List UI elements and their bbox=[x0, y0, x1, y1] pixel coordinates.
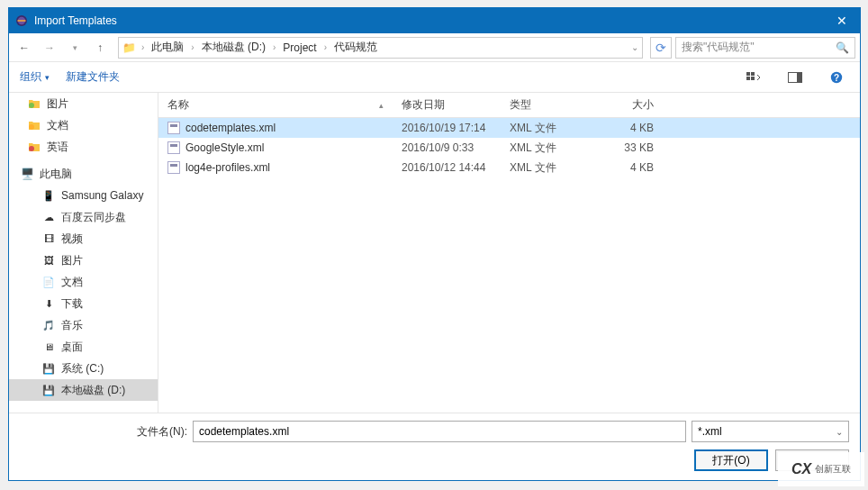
organize-menu[interactable]: 组织 ▾ bbox=[20, 69, 50, 85]
sidebar-item[interactable]: ⬇下载 bbox=[9, 293, 158, 314]
col-type-header[interactable]: 类型 bbox=[501, 93, 609, 117]
sort-indicator: ▴ bbox=[379, 101, 384, 110]
file-date: 2016/10/12 14:44 bbox=[393, 158, 501, 177]
nav-row: ← → ▾ ↑ 📁 › 此电脑 › 本地磁盘 (D:) › Project › … bbox=[9, 33, 860, 62]
sidebar-item-label: 英语 bbox=[47, 140, 68, 155]
breadcrumb[interactable]: 📁 › 此电脑 › 本地磁盘 (D:) › Project › 代码规范 ⌄ bbox=[118, 37, 643, 59]
new-folder-button[interactable]: 新建文件夹 bbox=[66, 69, 120, 85]
forward-button[interactable]: → bbox=[39, 37, 60, 59]
column-headers: 名称▴ 修改日期 类型 大小 bbox=[158, 93, 860, 118]
file-name: GoogleStyle.xml bbox=[185, 141, 264, 154]
watermark-logo: CX bbox=[791, 461, 811, 477]
sidebar-item-label: 文档 bbox=[61, 275, 83, 290]
sidebar-item-label: 本地磁盘 (D:) bbox=[61, 383, 125, 398]
folder-icon bbox=[27, 96, 41, 111]
sidebar-item[interactable]: 💾系统 (C:) bbox=[9, 358, 158, 379]
file-row[interactable]: GoogleStyle.xml2016/10/9 0:33XML 文件33 KB bbox=[158, 138, 860, 158]
file-size: 4 KB bbox=[609, 118, 663, 138]
sidebar-item-label: 下载 bbox=[61, 296, 83, 312]
svg-point-12 bbox=[29, 124, 34, 130]
sidebar-quick-item[interactable]: 图片 bbox=[9, 93, 158, 114]
col-date-header[interactable]: 修改日期 bbox=[393, 93, 501, 117]
xml-file-icon bbox=[167, 141, 180, 154]
file-date: 2016/10/9 0:33 bbox=[393, 138, 501, 158]
chevron-right-icon: › bbox=[322, 42, 329, 52]
file-size: 4 KB bbox=[609, 158, 663, 177]
svg-point-11 bbox=[29, 103, 34, 108]
back-button[interactable]: ← bbox=[14, 37, 35, 59]
recent-dropdown[interactable]: ▾ bbox=[64, 37, 86, 59]
filename-input[interactable] bbox=[193, 421, 686, 442]
crumb-project[interactable]: Project bbox=[279, 41, 320, 54]
sidebar-item[interactable]: 🎵音乐 bbox=[9, 314, 158, 336]
sidebar-item-label: 图片 bbox=[47, 96, 68, 112]
device-icon: ⬇ bbox=[41, 296, 56, 311]
file-name: codetemplates.xml bbox=[185, 122, 276, 134]
titlebar: Import Templates ✕ bbox=[9, 8, 860, 33]
sidebar-computer[interactable]: 🖥️此电脑 bbox=[9, 163, 158, 185]
device-icon: 📱 bbox=[41, 188, 56, 203]
chevron-down-icon[interactable]: ⌄ bbox=[631, 42, 638, 52]
crumb-drive[interactable]: 本地磁盘 (D:) bbox=[198, 40, 269, 55]
device-icon: 📄 bbox=[41, 275, 56, 289]
import-templates-dialog: Import Templates ✕ ← → ▾ ↑ 📁 › 此电脑 › 本地磁… bbox=[8, 7, 861, 481]
file-type: XML 文件 bbox=[501, 158, 609, 177]
search-input[interactable]: 搜索"代码规范" 🔍 bbox=[675, 37, 855, 59]
filename-label: 文件名(N): bbox=[124, 424, 187, 440]
sidebar-item[interactable]: 📄文档 bbox=[9, 271, 158, 293]
sidebar-item[interactable]: ☁百度云同步盘 bbox=[9, 206, 158, 228]
file-name: log4e-profiles.xml bbox=[185, 161, 270, 174]
file-row[interactable]: codetemplates.xml2016/10/19 17:14XML 文件4… bbox=[158, 118, 860, 138]
sidebar-item[interactable]: 🎞视频 bbox=[9, 228, 158, 250]
device-icon: 💾 bbox=[41, 383, 56, 397]
svg-rect-8 bbox=[797, 73, 801, 82]
file-size: 33 KB bbox=[609, 138, 663, 158]
device-icon: 🖥 bbox=[41, 340, 56, 354]
sidebar-item[interactable]: 💾本地磁盘 (D:) bbox=[9, 379, 158, 401]
svg-rect-6 bbox=[751, 77, 755, 80]
sidebar-item-label: 桌面 bbox=[61, 340, 83, 355]
crumb-last[interactable]: 代码规范 bbox=[330, 40, 381, 55]
sidebar-item[interactable]: 📱Samsung Galaxy bbox=[9, 185, 158, 206]
sidebar-item-label: Samsung Galaxy bbox=[61, 189, 143, 202]
folder-icon: 📁 bbox=[122, 41, 136, 54]
col-size-header[interactable]: 大小 bbox=[609, 93, 663, 117]
chevron-down-icon: ▾ bbox=[45, 73, 50, 82]
file-row[interactable]: log4e-profiles.xml2016/10/12 14:44XML 文件… bbox=[158, 158, 860, 177]
watermark-text: 创新互联 bbox=[815, 463, 851, 476]
svg-rect-4 bbox=[751, 72, 755, 76]
view-options-button[interactable] bbox=[741, 68, 766, 86]
svg-text:?: ? bbox=[834, 72, 839, 82]
folder-icon bbox=[27, 118, 41, 132]
filetype-filter[interactable]: *.xml ⌄ bbox=[692, 421, 849, 442]
svg-rect-2 bbox=[18, 20, 26, 22]
up-button[interactable]: ↑ bbox=[89, 37, 111, 59]
search-icon: 🔍 bbox=[836, 41, 849, 54]
open-button[interactable]: 打开(O) bbox=[694, 449, 768, 471]
sidebar: 图片文档英语🖥️此电脑📱Samsung Galaxy☁百度云同步盘🎞视频🖼图片📄… bbox=[9, 93, 158, 413]
chevron-right-icon: › bbox=[189, 42, 195, 52]
sidebar-item-label: 视频 bbox=[61, 231, 83, 247]
help-button[interactable]: ? bbox=[824, 68, 849, 86]
crumb-root[interactable]: 此电脑 bbox=[148, 40, 187, 55]
sidebar-item-label: 图片 bbox=[61, 253, 83, 268]
sidebar-item[interactable]: 🖥桌面 bbox=[9, 336, 158, 358]
sidebar-item[interactable]: 🖼图片 bbox=[9, 250, 158, 271]
sidebar-item-label: 文档 bbox=[47, 118, 68, 133]
sidebar-quick-item[interactable]: 文档 bbox=[9, 114, 158, 136]
sidebar-item-label: 音乐 bbox=[61, 318, 83, 333]
col-name-header[interactable]: 名称▴ bbox=[158, 93, 393, 117]
file-type: XML 文件 bbox=[501, 118, 609, 138]
device-icon: ☁ bbox=[41, 210, 56, 224]
folder-icon bbox=[27, 140, 41, 154]
refresh-button[interactable]: ⟳ bbox=[650, 37, 672, 59]
sidebar-quick-item[interactable]: 英语 bbox=[9, 136, 158, 158]
preview-pane-button[interactable] bbox=[782, 68, 808, 86]
svg-rect-3 bbox=[746, 72, 750, 76]
window-title: Import Templates bbox=[34, 14, 117, 27]
file-type: XML 文件 bbox=[501, 138, 609, 158]
device-icon: 🎵 bbox=[41, 318, 56, 332]
close-button[interactable]: ✕ bbox=[824, 8, 860, 33]
svg-point-13 bbox=[29, 146, 34, 151]
device-icon: 🖼 bbox=[41, 253, 56, 268]
